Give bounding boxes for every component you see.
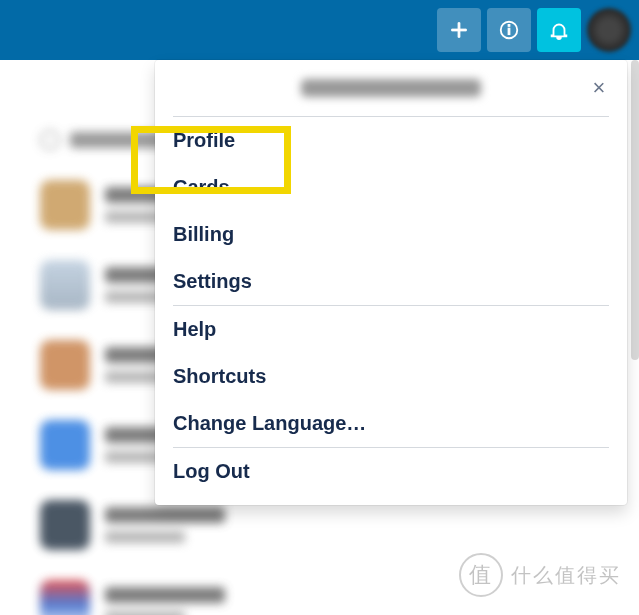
scrollbar[interactable]: [631, 60, 639, 360]
menu-item-shortcuts[interactable]: Shortcuts: [155, 353, 627, 400]
info-icon: [498, 19, 520, 41]
svg-rect-2: [508, 25, 510, 27]
svg-rect-1: [508, 28, 510, 34]
notifications-button[interactable]: [537, 8, 581, 52]
menu-item-settings[interactable]: Settings: [155, 258, 627, 305]
account-dropdown: × Profile Cards Billing Settings Help Sh…: [155, 60, 627, 505]
menu-item-billing[interactable]: Billing: [155, 211, 627, 258]
dropdown-header: ×: [155, 60, 627, 116]
bell-icon: [548, 19, 570, 41]
menu-item-help[interactable]: Help: [155, 306, 627, 353]
menu-item-change-language[interactable]: Change Language…: [155, 400, 627, 447]
dropdown-title: [301, 79, 481, 97]
close-button[interactable]: ×: [585, 74, 613, 102]
add-button[interactable]: [437, 8, 481, 52]
menu-item-log-out[interactable]: Log Out: [155, 448, 627, 495]
menu-item-profile[interactable]: Profile: [155, 117, 627, 164]
avatar[interactable]: [587, 8, 631, 52]
info-button[interactable]: [487, 8, 531, 52]
top-bar: [0, 0, 639, 60]
close-icon: ×: [593, 75, 606, 101]
menu-item-cards[interactable]: Cards: [155, 164, 627, 211]
plus-icon: [448, 19, 470, 41]
